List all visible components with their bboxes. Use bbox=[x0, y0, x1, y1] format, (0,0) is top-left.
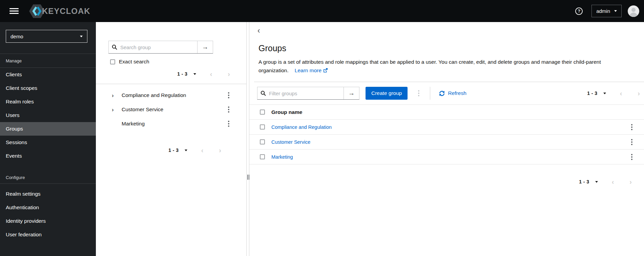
page-description: A group is a set of attributes and role … bbox=[258, 58, 625, 75]
help-icon[interactable]: ? bbox=[575, 7, 583, 15]
search-icon bbox=[109, 41, 120, 53]
panel-resizer-handle[interactable] bbox=[247, 22, 249, 256]
table-row: Compliance and Regulation bbox=[249, 120, 644, 135]
chevron-down-icon bbox=[603, 93, 606, 96]
tree-item[interactable]: › Compliance and Regulation bbox=[96, 88, 246, 102]
kebab-menu-icon[interactable] bbox=[227, 119, 231, 128]
chevron-down-icon bbox=[193, 73, 196, 76]
chevron-down-icon bbox=[595, 181, 598, 184]
pagination-range-dropdown[interactable]: 1 - 3 bbox=[168, 147, 187, 153]
group-link[interactable]: Customer Service bbox=[271, 139, 310, 145]
row-kebab-menu-icon[interactable] bbox=[630, 153, 634, 161]
brand-text: KEYCLOAK bbox=[42, 6, 90, 16]
filter-submit-button[interactable]: → bbox=[344, 87, 359, 99]
table-pagination-top: 1 - 3 ‹ › bbox=[587, 88, 640, 98]
group-search-group: → bbox=[108, 41, 213, 54]
sidebar: demo Manage Clients Client scopes Realm … bbox=[0, 22, 96, 256]
tree-pagination-bottom: 1 - 3 ‹ › bbox=[96, 145, 246, 155]
kebab-menu-icon[interactable] bbox=[227, 105, 231, 114]
kebab-menu-icon[interactable] bbox=[227, 91, 231, 100]
chevron-down-icon bbox=[80, 36, 83, 39]
column-header-group-name: Group name bbox=[271, 109, 302, 115]
sidebar-item-client-scopes[interactable]: Client scopes bbox=[0, 81, 96, 95]
sidebar-item-events[interactable]: Events bbox=[0, 149, 96, 163]
groups-toolbar: → Create group Refresh 1 - 3 ‹ › bbox=[249, 82, 644, 104]
prev-page-icon[interactable]: ‹ bbox=[612, 178, 614, 185]
sidebar-item-authentication[interactable]: Authentication bbox=[0, 201, 96, 214]
pagination-range-dropdown[interactable]: 1 - 3 bbox=[177, 71, 196, 77]
group-link[interactable]: Marketing bbox=[271, 154, 293, 160]
divider bbox=[430, 87, 430, 100]
expand-chevron-icon[interactable]: › bbox=[112, 93, 116, 98]
refresh-button[interactable]: Refresh bbox=[439, 90, 466, 96]
search-group-input[interactable] bbox=[120, 41, 197, 53]
drag-grip-icon bbox=[247, 175, 249, 180]
next-page-icon[interactable]: › bbox=[219, 147, 221, 154]
toolbar-kebab-menu-icon[interactable] bbox=[417, 89, 421, 98]
section-title-manage: Manage bbox=[0, 54, 96, 67]
row-kebab-menu-icon[interactable] bbox=[630, 123, 634, 132]
filter-group: → bbox=[257, 87, 359, 100]
row-checkbox[interactable] bbox=[260, 139, 265, 144]
exact-search-checkbox[interactable] bbox=[110, 59, 115, 64]
next-page-icon[interactable]: › bbox=[228, 71, 230, 77]
select-all-checkbox[interactable] bbox=[260, 110, 265, 115]
refresh-icon bbox=[439, 91, 445, 96]
external-link-icon bbox=[323, 66, 328, 75]
prev-page-icon[interactable]: ‹ bbox=[210, 71, 212, 77]
next-page-icon[interactable]: › bbox=[629, 178, 632, 185]
user-menu-dropdown[interactable]: admin bbox=[591, 5, 622, 17]
page-title: Groups bbox=[258, 43, 644, 54]
chevron-down-icon bbox=[614, 10, 617, 13]
groups-main-panel: ‹ Groups A group is a set of attributes … bbox=[249, 22, 644, 256]
sidebar-item-user-federation[interactable]: User federation bbox=[0, 228, 96, 241]
tree-pagination-top: 1 - 3 ‹ › bbox=[96, 69, 246, 79]
exact-search-option[interactable]: Exact search bbox=[110, 59, 246, 65]
masthead: KEYCLOAK ? admin bbox=[0, 0, 644, 22]
row-checkbox[interactable] bbox=[260, 124, 265, 130]
row-checkbox[interactable] bbox=[260, 154, 265, 159]
nav-toggle-icon[interactable] bbox=[9, 8, 19, 14]
user-avatar-icon bbox=[628, 5, 639, 17]
realm-selector[interactable]: demo bbox=[6, 30, 87, 43]
groups-table: Group name Compliance and Regulation Cus… bbox=[249, 104, 644, 164]
realm-name: demo bbox=[11, 34, 23, 39]
sidebar-item-users[interactable]: Users bbox=[0, 109, 96, 122]
divider bbox=[96, 84, 246, 84]
sidebar-item-sessions[interactable]: Sessions bbox=[0, 136, 96, 149]
table-row: Marketing bbox=[249, 150, 644, 164]
group-tree-list: › Compliance and Regulation › Customer S… bbox=[96, 88, 246, 131]
sidebar-item-realm-roles[interactable]: Realm roles bbox=[0, 95, 96, 109]
exact-search-label: Exact search bbox=[119, 59, 149, 65]
sidebar-item-realm-settings[interactable]: Realm settings bbox=[0, 187, 96, 201]
chevron-down-icon bbox=[185, 150, 187, 153]
table-header-row: Group name bbox=[249, 105, 644, 120]
table-row: Customer Service bbox=[249, 135, 644, 150]
collapse-drawer-icon[interactable]: ‹ bbox=[257, 27, 263, 34]
tree-item[interactable]: › Customer Service bbox=[96, 102, 246, 117]
avatar[interactable] bbox=[628, 5, 639, 17]
next-page-icon[interactable]: › bbox=[638, 90, 640, 97]
group-link[interactable]: Compliance and Regulation bbox=[271, 124, 332, 130]
tree-item[interactable]: › Marketing bbox=[96, 117, 246, 131]
prev-page-icon[interactable]: ‹ bbox=[201, 147, 204, 154]
expand-chevron-icon[interactable]: › bbox=[112, 107, 116, 113]
keycloak-logo[interactable]: KEYCLOAK bbox=[29, 4, 90, 18]
table-pagination-bottom: 1 - 3 ‹ › bbox=[249, 176, 644, 188]
sidebar-item-groups[interactable]: Groups bbox=[0, 122, 96, 136]
sidebar-item-clients[interactable]: Clients bbox=[0, 68, 96, 81]
row-kebab-menu-icon[interactable] bbox=[630, 138, 634, 146]
create-group-button[interactable]: Create group bbox=[366, 87, 408, 100]
pagination-range-dropdown[interactable]: 1 - 3 bbox=[579, 179, 598, 184]
search-icon bbox=[257, 87, 269, 99]
username: admin bbox=[596, 8, 610, 14]
group-tree-panel: → Exact search 1 - 3 ‹ › › Compliance an… bbox=[96, 22, 247, 256]
learn-more-link[interactable]: Learn more bbox=[295, 67, 328, 73]
section-title-configure: Configure bbox=[0, 175, 96, 183]
search-submit-button[interactable]: → bbox=[197, 41, 213, 53]
filter-groups-input[interactable] bbox=[269, 87, 344, 99]
pagination-range-dropdown[interactable]: 1 - 3 bbox=[587, 91, 606, 96]
prev-page-icon[interactable]: ‹ bbox=[620, 90, 622, 97]
sidebar-item-identity-providers[interactable]: Identity providers bbox=[0, 214, 96, 228]
